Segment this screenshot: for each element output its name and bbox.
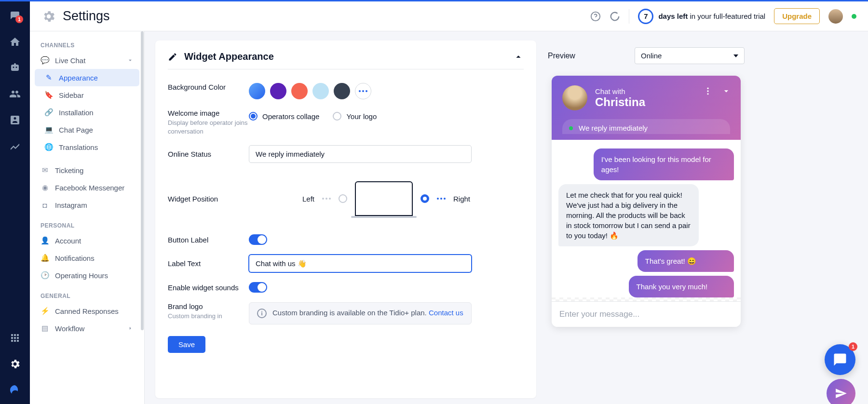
sidebar-item-sidebar[interactable]: 🔖Sidebar xyxy=(30,86,144,104)
label-text-label: Label Text xyxy=(168,259,249,268)
upgrade-button[interactable]: Upgrade xyxy=(774,8,820,24)
help-icon[interactable] xyxy=(590,11,601,22)
position-right-radio[interactable] xyxy=(420,194,429,203)
preview-title: Preview xyxy=(548,52,575,60)
sounds-toggle[interactable] xyxy=(249,282,267,293)
chat-fab[interactable]: 1 xyxy=(825,344,855,375)
sidebar-item-notifications[interactable]: 🔔Notifications xyxy=(30,249,144,267)
settings-icon[interactable] xyxy=(9,358,21,370)
page-title: Settings xyxy=(63,9,110,24)
bot-icon[interactable] xyxy=(9,62,21,74)
sidebar-item-operating-hours[interactable]: 🕑Operating Hours xyxy=(30,267,144,284)
contacts-icon[interactable] xyxy=(9,114,21,126)
color-swatch-3[interactable] xyxy=(291,83,308,99)
user-avatar[interactable] xyxy=(828,9,843,24)
color-swatch-more[interactable] xyxy=(355,83,371,99)
sounds-label: Enable widget sounds xyxy=(168,283,249,292)
kebab-icon[interactable] xyxy=(703,86,713,96)
analytics-icon[interactable] xyxy=(9,140,21,152)
chevron-right-icon xyxy=(127,325,134,332)
bg-color-label: Background Color xyxy=(168,83,249,91)
bookmark-icon: 🔖 xyxy=(44,91,53,99)
inbox-badge: 1 xyxy=(15,15,23,23)
brand-info-box: i Custom branding is available on the Ti… xyxy=(249,302,472,324)
sidebar-item-facebook[interactable]: ◉Facebook Messenger xyxy=(30,179,144,196)
send-fab[interactable] xyxy=(827,379,855,404)
button-label-toggle[interactable] xyxy=(249,234,267,245)
sidebar-item-canned[interactable]: ⚡Canned Responses xyxy=(30,302,144,320)
chevron-down-icon[interactable] xyxy=(721,86,731,96)
sidebar-item-installation[interactable]: 🔗Installation xyxy=(30,104,144,121)
sidebar-section-channels: CHANNELS xyxy=(30,38,144,52)
brand-logo-sublabel: Custom branding in xyxy=(168,312,249,321)
monitor-illustration xyxy=(355,181,413,216)
sidebar-item-workflow[interactable]: ▤Workflow xyxy=(30,320,144,337)
page-header: Settings 7 days left in your full-featur… xyxy=(30,1,868,31)
color-swatch-1[interactable] xyxy=(249,83,265,99)
sidebar-item-appearance[interactable]: ✎ Appearance xyxy=(35,69,139,86)
label-text-input[interactable] xyxy=(249,255,472,272)
people-icon[interactable] xyxy=(9,88,21,100)
bolt-icon: ⚡ xyxy=(41,307,49,315)
status-dot xyxy=(852,14,856,19)
preview-pane: Preview Online Chat with Christina We re… xyxy=(545,40,747,327)
panel-title: Widget Appearance xyxy=(184,51,274,62)
brand-logo-icon[interactable] xyxy=(9,384,21,396)
welcome-image-label: Welcome image xyxy=(168,109,219,117)
welcome-image-sublabel: Display before operator joins conversati… xyxy=(168,119,249,135)
position-left-radio[interactable] xyxy=(339,194,347,203)
gear-icon xyxy=(41,9,56,24)
sidebar-item-account[interactable]: 👤Account xyxy=(30,232,144,249)
widget-appearance-panel: Widget Appearance Background Color Welco… xyxy=(155,40,536,398)
operator-avatar xyxy=(562,85,587,110)
preview-status-select[interactable]: Online xyxy=(635,47,745,64)
svg-point-2 xyxy=(707,90,708,92)
chat-status-bar: We reply immediately xyxy=(562,119,730,134)
online-status-input[interactable] xyxy=(249,145,472,163)
welcome-radio-collage[interactable]: Operators collage xyxy=(249,112,319,121)
online-status-label: Online Status xyxy=(168,150,249,158)
status-dot-icon xyxy=(569,126,573,130)
sidebar-item-translations[interactable]: 🌐Translations xyxy=(30,138,144,156)
home-icon[interactable] xyxy=(9,36,21,48)
dots-icon xyxy=(322,198,331,200)
instagram-icon: ◘ xyxy=(41,201,49,209)
sidebar-section-personal: PERSONAL xyxy=(30,218,144,232)
person-icon: 👤 xyxy=(41,236,49,245)
laptop-icon: 💻 xyxy=(44,125,53,134)
chevron-down-icon xyxy=(127,57,134,64)
fab-badge: 1 xyxy=(849,342,857,351)
refresh-icon[interactable] xyxy=(610,11,620,22)
clock-icon: 🕑 xyxy=(41,271,49,280)
inbox-icon[interactable]: 1 xyxy=(9,10,21,22)
radio-icon xyxy=(249,112,258,121)
sidebar-item-live-chat[interactable]: 💬 Live Chat xyxy=(30,52,144,69)
svg-point-1 xyxy=(707,88,708,89)
chat-message-operator: Let me check that for you real quick! We… xyxy=(558,184,699,246)
info-icon: i xyxy=(257,309,267,318)
sidebar-item-instagram[interactable]: ◘Instagram xyxy=(30,196,144,214)
trial-days-count: 7 xyxy=(638,9,653,24)
chat-message-user: I've been looking for this model for age… xyxy=(594,148,734,180)
sidebar-section-general: GENERAL xyxy=(30,289,144,302)
settings-sidebar: CHANNELS 💬 Live Chat ✎ Appearance 🔖Sideb… xyxy=(30,31,145,404)
mail-icon: ✉ xyxy=(41,166,49,175)
collapse-icon[interactable] xyxy=(513,52,524,62)
sidebar-scrollbar[interactable] xyxy=(141,31,144,330)
sidebar-item-chat-page[interactable]: 💻Chat Page xyxy=(30,121,144,138)
contact-us-link[interactable]: Contact us xyxy=(429,309,463,317)
workflow-icon: ▤ xyxy=(41,324,49,333)
sidebar-item-ticketing[interactable]: ✉Ticketing xyxy=(30,162,144,179)
chat-input[interactable]: Enter your message... xyxy=(552,301,741,327)
save-button[interactable]: Save xyxy=(168,336,205,353)
apps-icon[interactable] xyxy=(9,332,21,344)
welcome-radio-logo[interactable]: Your logo xyxy=(333,112,377,121)
color-swatch-2[interactable] xyxy=(270,83,286,99)
widget-position-label: Widget Position xyxy=(168,195,249,203)
globe-icon: 🌐 xyxy=(44,143,53,151)
chat-bubble-icon: 💬 xyxy=(41,56,49,65)
color-swatch-5[interactable] xyxy=(334,83,350,99)
color-swatch-4[interactable] xyxy=(312,83,329,99)
bell-icon: 🔔 xyxy=(41,254,49,262)
chat-message-user: That's great! 😄 xyxy=(637,250,734,272)
